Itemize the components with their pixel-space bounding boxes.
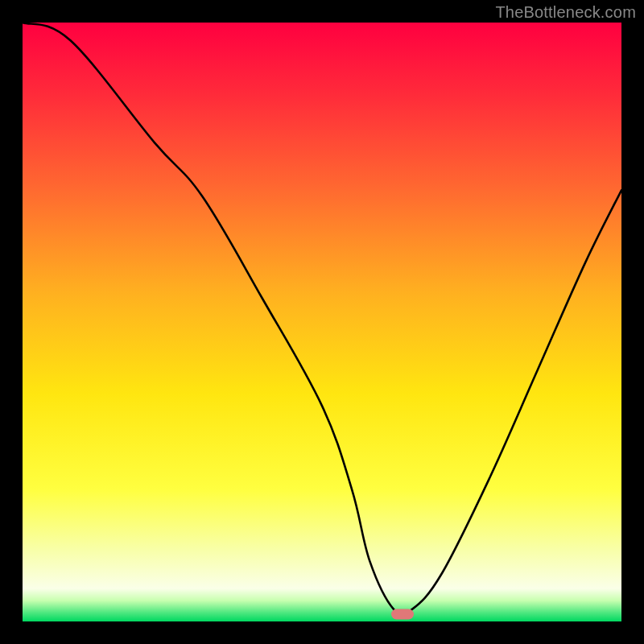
- svg-rect-0: [23, 23, 621, 621]
- optimal-marker: [391, 609, 414, 620]
- watermark-text: TheBottleneck.com: [495, 3, 636, 22]
- background-gradient: [23, 23, 621, 621]
- chart-plot-area: [23, 23, 621, 621]
- chart-frame: [23, 23, 621, 621]
